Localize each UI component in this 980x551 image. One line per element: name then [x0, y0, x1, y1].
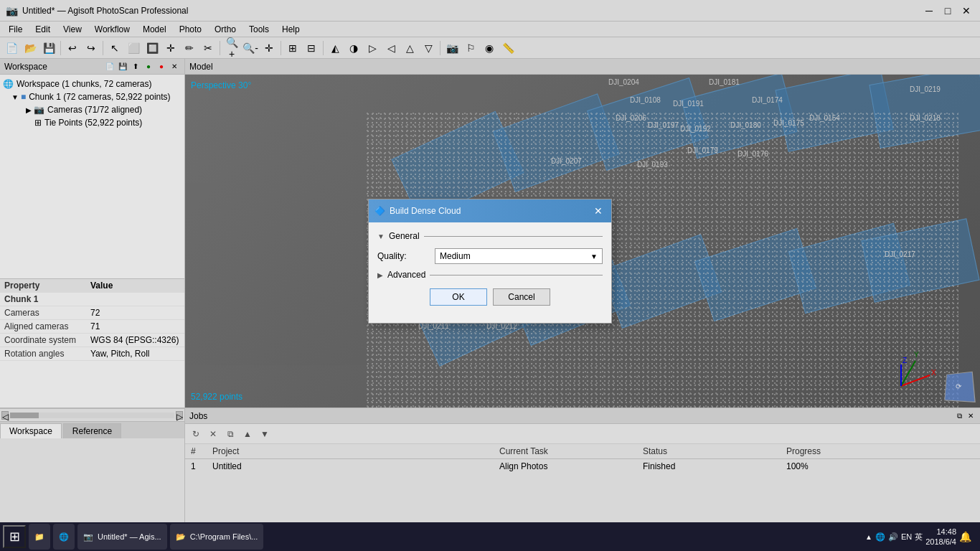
dialog-icon: 🔷 [374, 206, 385, 216]
taskbar-app2-icon: 📂 [176, 532, 186, 542]
tray-network-icon[interactable]: 🌐 [875, 532, 885, 542]
build-dense-cloud-dialog: 🔷 Build Dense Cloud ✕ ▼ General Quality:… [368, 199, 612, 324]
general-section-label: General [389, 231, 420, 241]
dialog-title: Build Dense Cloud [390, 206, 461, 216]
dialog-body: ▼ General Quality: Medium ▼ ▶ Advanced [369, 222, 611, 323]
taskbar: ⊞ 📁 🌐 📷 Untitled* — Agis... 📂 C:\Program… [0, 522, 980, 551]
quality-label: Quality: [377, 251, 435, 261]
taskbar-app2[interactable]: 📂 C:\Program Files\... [170, 524, 264, 550]
dialog-ok-button[interactable]: OK [430, 288, 487, 306]
quality-row: Quality: Medium ▼ [377, 248, 603, 264]
tray-ime-icon[interactable]: 英 [915, 532, 923, 542]
quality-select[interactable]: Medium ▼ [435, 248, 603, 264]
taskbar-app1[interactable]: 📷 Untitled* — Agis... [77, 524, 167, 550]
taskbar-app1-icon: 📷 [83, 532, 93, 542]
modal-overlay: 🔷 Build Dense Cloud ✕ ▼ General Quality:… [0, 0, 980, 522]
advanced-chevron-icon[interactable]: ▶ [377, 271, 383, 279]
advanced-section-line [430, 275, 603, 276]
tray-notification[interactable]: 🔔 [959, 531, 971, 542]
taskbar-file-explorer[interactable]: 📁 [29, 524, 50, 550]
tray-sound-icon[interactable]: 🔊 [888, 532, 898, 542]
taskbar-file-explorer-icon: 📁 [34, 532, 44, 542]
taskbar-start-button[interactable]: ⊞ [3, 525, 26, 548]
general-section-header: ▼ General [377, 231, 603, 241]
tray-expand-icon[interactable]: ▲ [865, 533, 872, 541]
dialog-close-button[interactable]: ✕ [591, 204, 606, 218]
taskbar-browser-icon-img: 🌐 [59, 532, 69, 542]
dialog-titlebar-left: 🔷 Build Dense Cloud [374, 206, 461, 216]
taskbar-tray: ▲ 🌐 🔊 EN 英 14:48 2018/6/4 🔔 [865, 527, 977, 547]
tray-clock[interactable]: 14:48 2018/6/4 [925, 527, 956, 547]
quality-select-chevron: ▼ [590, 253, 598, 260]
dialog-titlebar: 🔷 Build Dense Cloud ✕ [369, 199, 611, 222]
dialog-cancel-button[interactable]: Cancel [493, 288, 550, 306]
taskbar-app1-label: Untitled* — Agis... [98, 532, 161, 541]
advanced-section-label: Advanced [387, 270, 425, 280]
advanced-section-header: ▶ Advanced [377, 270, 603, 280]
tray-date: 2018/6/4 [925, 537, 956, 547]
tray-time: 14:48 [925, 527, 956, 537]
taskbar-app2-label: C:\Program Files\... [190, 532, 258, 541]
general-section-line [424, 236, 603, 237]
dialog-footer: OK Cancel [377, 288, 603, 314]
quality-select-value: Medium [440, 251, 471, 261]
general-chevron-icon[interactable]: ▼ [377, 232, 385, 240]
taskbar-browser-icon[interactable]: 🌐 [53, 524, 75, 550]
tray-lang[interactable]: EN [901, 532, 912, 541]
